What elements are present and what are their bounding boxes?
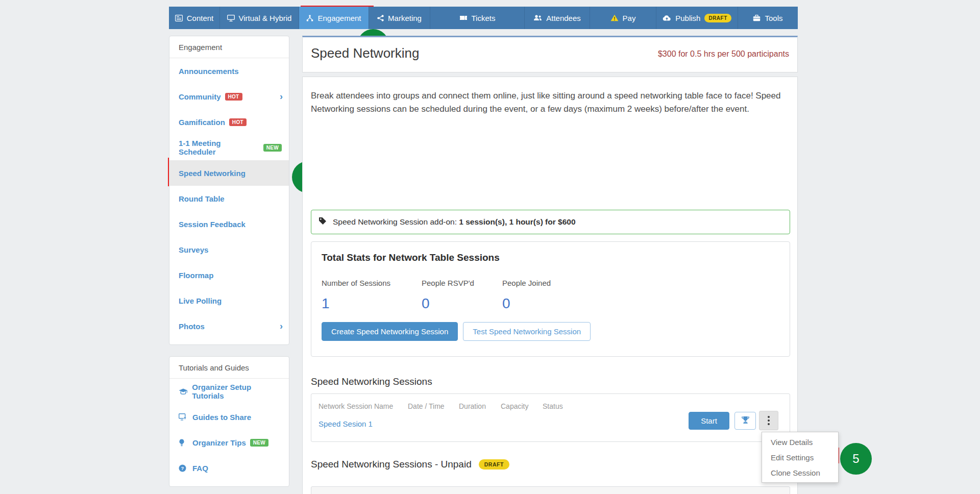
- chevron-right-icon: ›: [280, 322, 283, 331]
- hot-badge: HOT: [225, 93, 242, 101]
- session-name-link[interactable]: Speed Sesion 1: [318, 419, 373, 428]
- menu-item-edit-settings[interactable]: Edit Settings: [762, 450, 838, 465]
- briefcase-icon: [753, 15, 761, 21]
- tab-tools[interactable]: Tools: [738, 7, 798, 29]
- publish-draft-badge: DRAFT: [704, 14, 731, 22]
- tab-engagement[interactable]: Engagement: [299, 7, 369, 29]
- menu-item-view-details[interactable]: View Details: [762, 434, 838, 450]
- sidebar-item-guides-to-share[interactable]: Guides to Share: [169, 404, 289, 430]
- session-row-controls: Start: [689, 411, 778, 430]
- sidebar-item-label: Live Polling: [179, 297, 222, 305]
- sidebar-item-organizer-setup-tutorials[interactable]: Organizer Setup Tutorials: [169, 379, 289, 404]
- sidebar-item-label: 1-1 Meeting Scheduler: [179, 139, 259, 156]
- sidebar-item-faq[interactable]: ? FAQ: [169, 455, 289, 481]
- addon-text: Speed Networking Session add-on: 1 sessi…: [333, 217, 576, 227]
- sidebar-item-label: Floormap: [179, 271, 213, 280]
- sidebar-item-label: Session Feedback: [179, 220, 246, 229]
- stat-label: Number of Sessions: [322, 279, 402, 287]
- tab-label: Engagement: [317, 14, 361, 22]
- stats-row: Number of Sessions 1 People RSVP'd 0 Peo…: [322, 279, 779, 312]
- cloud-upload-icon: [663, 15, 671, 21]
- sidebar-item-label: Guides to Share: [192, 413, 251, 422]
- sidebar-section-header: Engagement: [169, 36, 289, 58]
- kebab-icon: [768, 416, 770, 418]
- sidebar-item-label: Round Table: [179, 194, 225, 203]
- sidebar-item-organizer-tips[interactable]: Organizer Tips NEW: [169, 430, 289, 455]
- tab-pay[interactable]: Pay: [590, 7, 656, 29]
- sessions-table: Network Session Name Date / Time Duratio…: [311, 393, 790, 442]
- stat-label: People RSVP'd: [422, 279, 483, 287]
- tab-virtual-hybrid[interactable]: Virtual & Hybrid: [220, 7, 299, 29]
- leaderboard-button[interactable]: [734, 412, 756, 430]
- create-session-button[interactable]: Create Speed Networking Session: [322, 322, 458, 341]
- sidebar-item-label: FAQ: [192, 464, 208, 473]
- sidebar-item-label: Community: [179, 92, 221, 101]
- sidebar-item-speed-networking[interactable]: Speed Networking: [169, 160, 289, 186]
- sidebar-item-round-table[interactable]: Round Table: [169, 186, 289, 211]
- sidebar-engagement: Engagement Announcements Community HOT ›…: [169, 36, 289, 345]
- sessions-heading: Speed Networking Sessions: [311, 376, 432, 387]
- share-icon: [377, 15, 384, 21]
- tab-label: Virtual & Hybrid: [239, 14, 292, 22]
- stats-title: Total Stats for Network Table Sessions: [322, 252, 779, 263]
- stat-people-rsvpd: People RSVP'd 0: [422, 279, 483, 312]
- start-button[interactable]: Start: [689, 412, 729, 430]
- main-content: Break attendees into groups and connect …: [302, 77, 798, 494]
- row-actions-menu: View Details Edit Settings Clone Session: [762, 432, 839, 483]
- stat-value: 0: [422, 295, 483, 312]
- new-badge: NEW: [263, 144, 282, 152]
- sidebar-item-announcements[interactable]: Announcements: [169, 58, 289, 84]
- addon-banner: Speed Networking Session add-on: 1 sessi…: [311, 210, 790, 234]
- menu-item-clone-session[interactable]: Clone Session: [762, 465, 838, 480]
- tab-tickets[interactable]: Tickets: [430, 7, 525, 29]
- people-icon: [533, 15, 542, 21]
- sidebar-item-community[interactable]: Community HOT ›: [169, 84, 289, 109]
- tab-label: Publish: [675, 14, 700, 22]
- warning-icon: [610, 14, 619, 21]
- test-session-button[interactable]: Test Speed Networking Session: [463, 322, 591, 341]
- sidebar-item-floormap[interactable]: Floormap: [169, 262, 289, 288]
- sidebar-item-label: Photos: [179, 322, 205, 331]
- stats-buttons: Create Speed Networking Session Test Spe…: [322, 322, 779, 341]
- hot-badge: HOT: [229, 118, 247, 126]
- trophy-icon: [741, 416, 750, 426]
- monitor-icon: [227, 15, 235, 21]
- addon-value: 1 session(s), 1 hour(s) for $600: [459, 217, 575, 226]
- row-actions-kebab-button[interactable]: [759, 411, 778, 430]
- sidebar-item-gamification[interactable]: Gamification HOT: [169, 109, 289, 135]
- column-header: Network Session Name: [318, 402, 408, 410]
- tag-icon: [318, 217, 327, 227]
- sidebar-item-label: Organizer Setup Tutorials: [192, 383, 282, 400]
- engagement-network-icon: [306, 15, 313, 21]
- share-screen-icon: [179, 413, 188, 421]
- tab-label: Marketing: [388, 14, 422, 22]
- tab-content[interactable]: Content: [169, 7, 220, 29]
- unpaid-heading: Speed Networking Sessions - Unpaid: [311, 459, 472, 470]
- content-icon: [175, 15, 183, 21]
- column-header: Capacity: [501, 402, 543, 410]
- sidebar-item-surveys[interactable]: Surveys: [169, 237, 289, 262]
- graduation-cap-icon: [179, 388, 188, 395]
- stat-people-joined: People Joined 0: [502, 279, 564, 312]
- stat-label: People Joined: [502, 279, 564, 287]
- sidebar-item-label: Announcements: [179, 67, 239, 76]
- price-note: $300 for 0.5 hrs per 500 participants: [658, 50, 789, 59]
- sidebar-tutorials: Tutorials and Guides Organizer Setup Tut…: [169, 356, 289, 487]
- tab-label: Tools: [765, 14, 782, 22]
- column-header: Duration: [459, 402, 501, 410]
- tab-label: Tickets: [472, 14, 496, 22]
- tab-publish[interactable]: Publish DRAFT: [656, 7, 738, 29]
- sidebar-item-label: Gamification: [179, 118, 225, 127]
- new-badge: NEW: [250, 439, 268, 447]
- feature-description: Break attendees into groups and connect …: [311, 89, 795, 116]
- sidebar-item-session-feedback[interactable]: Session Feedback: [169, 211, 289, 237]
- page-title: Speed Networking: [311, 45, 419, 61]
- svg-text:?: ?: [181, 465, 184, 471]
- sidebar-item-meeting-scheduler[interactable]: 1-1 Meeting Scheduler NEW: [169, 135, 289, 160]
- sidebar-item-photos[interactable]: Photos ›: [169, 313, 289, 339]
- tab-attendees[interactable]: Attendees: [525, 7, 590, 29]
- top-nav: Content Virtual & Hybrid Engagement Mark…: [169, 7, 798, 29]
- sidebar-item-live-polling[interactable]: Live Polling: [169, 288, 289, 313]
- stats-card: Total Stats for Network Table Sessions N…: [311, 241, 790, 357]
- tab-marketing[interactable]: Marketing: [369, 7, 430, 29]
